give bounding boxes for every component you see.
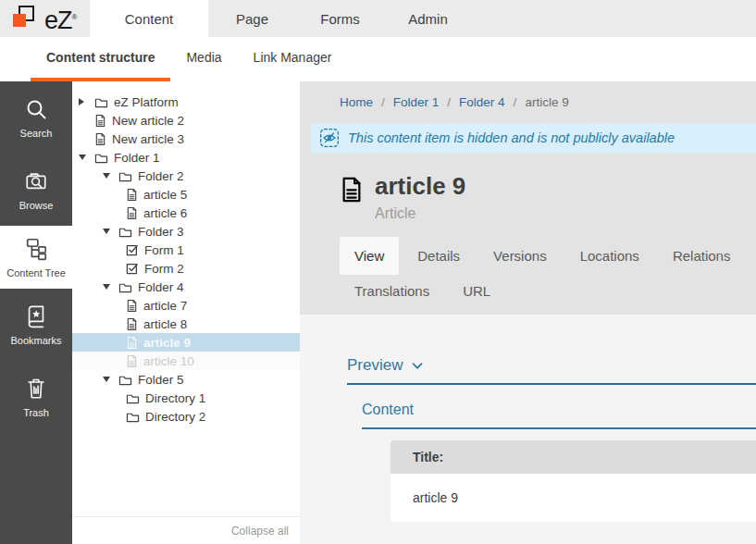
breadcrumb-link-folder-1[interactable]: Folder 1 <box>393 95 440 109</box>
subnav-tab-link-manager[interactable]: Link Manager <box>238 37 348 81</box>
sidebar-item-browse[interactable]: Browse <box>0 154 72 226</box>
tab-versions[interactable]: Versions <box>478 237 562 275</box>
subnav-tab-media[interactable]: Media <box>170 37 237 81</box>
tree-item-form-1[interactable]: Form 1 <box>72 241 300 259</box>
ez-logo-icon <box>12 3 41 34</box>
article-icon <box>94 132 106 146</box>
tree-expander-expanded[interactable] <box>78 155 94 160</box>
tree-item-new-article-3[interactable]: New article 3 <box>72 130 300 148</box>
preview-section-header[interactable]: Preview <box>347 356 756 385</box>
content-section-header: Content <box>362 402 756 429</box>
tree-item-label: article 7 <box>143 299 187 313</box>
hidden-eye-icon <box>319 128 340 148</box>
search-icon <box>24 97 48 121</box>
tree-item-label: Directory 1 <box>145 391 205 405</box>
tree-item-label: article 5 <box>143 188 187 202</box>
form-icon <box>126 262 139 275</box>
tab-url[interactable]: URL <box>448 275 505 309</box>
tree-item-label: Folder 5 <box>138 373 184 387</box>
tree-item-article-5[interactable]: article 5 <box>72 185 300 204</box>
tree-expander-expanded[interactable] <box>102 377 118 382</box>
content-tabs-row-1: ViewDetailsVersionsLocationsRelations <box>340 237 756 275</box>
title-row: article 9 Article <box>300 153 756 222</box>
tab-view[interactable]: View <box>340 237 399 275</box>
field-value: article 9 <box>390 474 756 522</box>
tree-item-directory-2[interactable]: Directory 2 <box>72 407 300 426</box>
form-icon <box>126 243 139 256</box>
breadcrumb-link-folder-4[interactable]: Folder 4 <box>459 95 505 109</box>
main-area: Home/Folder 1/Folder 4/article 9 This co… <box>300 81 756 544</box>
tree-item-article-8[interactable]: article 8 <box>72 315 300 333</box>
trash-icon <box>24 377 48 401</box>
tree-item-label: Form 1 <box>144 243 184 257</box>
tree-item-label: Folder 3 <box>138 225 184 239</box>
top-tab-page[interactable]: Page <box>208 0 296 37</box>
top-bar: eZ® ContentPageFormsAdmin <box>0 0 756 37</box>
tree-item-folder-5[interactable]: Folder 5 <box>72 370 300 389</box>
breadcrumb-current: article 9 <box>525 95 568 109</box>
ez-platform-admin-screen: eZ® ContentPageFormsAdmin Content struct… <box>0 0 756 544</box>
preview-label: Preview <box>347 356 403 375</box>
ez-logo-text: eZ® <box>44 2 76 36</box>
top-tab-admin[interactable]: Admin <box>384 0 472 37</box>
sidebar-item-bookmarks[interactable]: Bookmarks <box>0 289 72 361</box>
registered-mark: ® <box>72 13 77 21</box>
tree-item-directory-1[interactable]: Directory 1 <box>72 389 300 407</box>
tree-item-new-article-2[interactable]: New article 2 <box>72 111 300 130</box>
article-icon <box>126 336 138 350</box>
content-tabs: ViewDetailsVersionsLocationsRelations Tr… <box>300 222 756 315</box>
tree-item-label: Folder 1 <box>114 151 160 165</box>
tree-item-label: eZ Platform <box>114 95 179 109</box>
tree-expander-expanded[interactable] <box>102 284 118 290</box>
tree-item-form-2[interactable]: Form 2 <box>72 259 300 278</box>
tree-item-article-6[interactable]: article 6 <box>72 204 300 222</box>
tab-details[interactable]: Details <box>403 237 475 275</box>
tree-item-article-9[interactable]: article 9 <box>72 333 300 352</box>
article-icon <box>126 317 138 331</box>
tree-item-label: article 6 <box>143 206 187 220</box>
sidebar-item-label: Browse <box>19 200 54 211</box>
top-tab-forms[interactable]: Forms <box>296 0 384 37</box>
subnav-tab-content-structure[interactable]: Content structure <box>31 37 170 81</box>
tree-expander-expanded[interactable] <box>102 173 118 179</box>
folder-icon <box>126 392 140 404</box>
tree-item-label: Folder 4 <box>138 280 184 294</box>
collapse-all-button[interactable]: Collapse all <box>231 525 289 538</box>
folder-icon <box>94 96 108 108</box>
sidebar-item-trash[interactable]: Trash <box>0 361 72 433</box>
sidebar-item-content-tree[interactable]: Content Tree <box>0 226 72 289</box>
tab-translations[interactable]: Translations <box>340 275 444 309</box>
tab-locations[interactable]: Locations <box>565 237 654 275</box>
content-header: Home/Folder 1/Folder 4/article 9 This co… <box>300 81 756 315</box>
sidebar-item-search[interactable]: Search <box>0 81 72 154</box>
tree-item-ez-platform[interactable]: eZ Platform <box>72 93 300 111</box>
tree-item-folder-2[interactable]: Folder 2 <box>72 167 300 185</box>
sub-nav: Content structureMediaLink Manager <box>0 37 756 81</box>
top-tab-content[interactable]: Content <box>90 0 208 37</box>
tree-footer: Collapse all <box>72 516 300 544</box>
tree-item-folder-3[interactable]: Folder 3 <box>72 222 300 241</box>
hidden-content-notice: This content item is hidden and is not p… <box>311 123 756 153</box>
tree-item-article-10[interactable]: article 10 <box>72 352 300 370</box>
content-tree-panel: eZ PlatformNew article 2New article 3Fol… <box>72 81 300 544</box>
ez-logo: eZ® <box>0 0 90 37</box>
folder-icon <box>118 226 132 238</box>
tree-item-folder-1[interactable]: Folder 1 <box>72 148 300 167</box>
bookmarks-icon <box>24 304 48 328</box>
tree-item-folder-4[interactable]: Folder 4 <box>72 278 300 296</box>
tree-item-label: article 8 <box>143 317 187 331</box>
breadcrumb: Home/Folder 1/Folder 4/article 9 <box>300 81 756 123</box>
folder-icon <box>118 281 132 293</box>
chevron-down-icon <box>412 363 423 370</box>
breadcrumb-link-home[interactable]: Home <box>340 95 373 109</box>
tree-item-article-7[interactable]: article 7 <box>72 296 300 315</box>
content-section: Content Title: article 9 <box>362 402 756 522</box>
tree-item-label: New article 3 <box>112 132 184 146</box>
tree-expander-collapsed[interactable] <box>78 98 94 105</box>
tree-expander-expanded[interactable] <box>102 229 118 234</box>
content-tree: eZ PlatformNew article 2New article 3Fol… <box>72 93 300 426</box>
field-card: Title: article 9 <box>390 440 756 522</box>
content-tabs-row-2: TranslationsURL <box>340 275 756 309</box>
tab-relations[interactable]: Relations <box>658 237 746 275</box>
breadcrumb-separator: / <box>514 95 517 109</box>
